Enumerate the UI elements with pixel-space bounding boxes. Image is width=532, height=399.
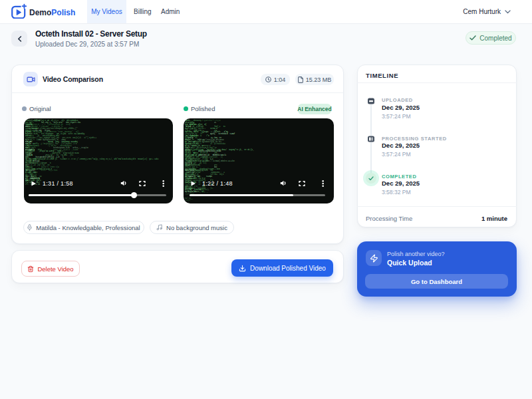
svg-text:]b+: ]b+ xyxy=(210,187,213,190)
svg-text:/*6: /*6 xyxy=(206,134,209,137)
svg-text:t60 vgo=9]wk-or+s0d3.]h t+x8: t60 vgo=9]wk-or+s0d3.]h t+x89tr.t .n:xz … xyxy=(33,158,159,160)
svg-text:as: as xyxy=(214,122,218,124)
svg-text:wysh[ n273knbcd t=69f: wysh[ n273knbcd t=69f xyxy=(210,132,235,135)
svg-text:mhj: mhj xyxy=(202,190,205,193)
svg-text:*m4g: *m4g xyxy=(202,162,207,164)
svg-text:=k .p+fmzonxd4c: =k .p+fmzonxd4c xyxy=(210,142,226,145)
svg-text:s+wjn***: s+wjn*** xyxy=(185,199,194,201)
svg-text:t145pc: t145pc xyxy=(206,176,214,178)
svg-text:0rko n0]=:hk8t: 0rko n0]=:hk8t xyxy=(41,169,59,172)
